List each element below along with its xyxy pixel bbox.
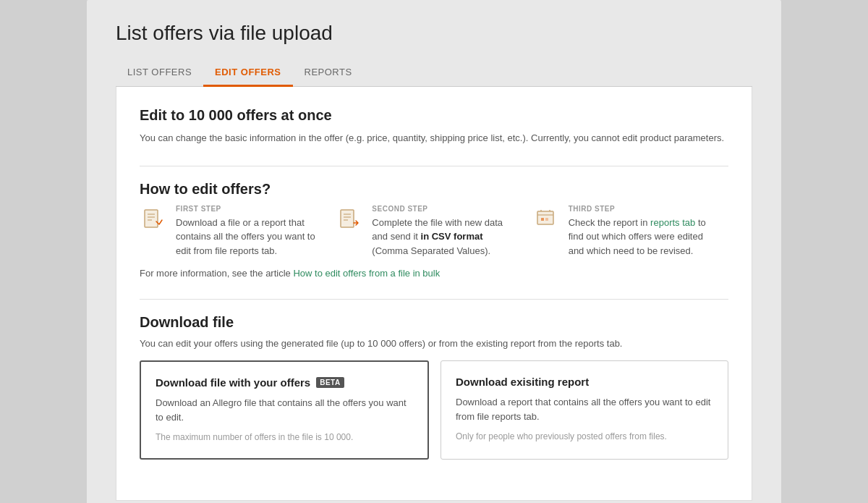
beta-badge: BETA	[316, 377, 344, 388]
second-step-content: SECOND STEP Complete the file with new d…	[372, 205, 517, 258]
edit-section: Edit to 10 000 offers at once You can ch…	[140, 107, 728, 145]
divider-1	[140, 166, 728, 166]
download-card-offers-title-text: Download file with your offers	[156, 376, 310, 389]
edit-section-title: Edit to 10 000 offers at once	[140, 107, 728, 124]
svg-rect-8	[537, 211, 553, 224]
third-step-content: THIRD STEP Check the report in reports t…	[569, 205, 714, 258]
second-step-icon	[336, 205, 363, 232]
download-card-existing-note: Only for people who previously posted of…	[456, 431, 713, 443]
download-section: Download file You can edit your offers u…	[140, 314, 728, 460]
info-link-paragraph: For more information, see the article Ho…	[140, 268, 728, 279]
step-third: THIRD STEP Check the report in reports t…	[532, 205, 728, 258]
tab-reports[interactable]: REPORTS	[293, 59, 364, 87]
download-card-existing[interactable]: Download exisiting report Download a rep…	[441, 360, 728, 460]
divider-2	[140, 299, 728, 300]
csv-bold: in CSV format	[421, 231, 483, 242]
svg-rect-0	[145, 210, 158, 227]
steps-row: FIRST STEP Download a file or a report t…	[140, 205, 728, 258]
content-area: Edit to 10 000 offers at once You can ch…	[116, 87, 752, 501]
svg-rect-4	[341, 210, 354, 227]
download-card-offers-note: The maximum number of offers in the file…	[156, 431, 413, 444]
download-description: You can edit your offers using the gener…	[140, 338, 728, 349]
first-step-content: FIRST STEP Download a file or a report t…	[176, 205, 321, 258]
third-step-text: Check the report in reports tab to find …	[569, 216, 714, 258]
reports-tab-link[interactable]: reports tab	[650, 217, 695, 228]
tab-list-offers[interactable]: LIST OFFERS	[116, 59, 203, 87]
download-card-existing-title: Download exisiting report	[456, 376, 713, 388]
svg-rect-13	[545, 218, 548, 221]
third-step-label: THIRD STEP	[569, 205, 714, 213]
download-card-existing-desc: Download a report that contains all the …	[456, 395, 713, 423]
third-step-icon	[532, 205, 560, 232]
info-text: For more information, see the article	[140, 268, 293, 279]
page-title: List offers via file upload	[116, 22, 752, 45]
first-step-label: FIRST STEP	[176, 205, 321, 213]
step-second: SECOND STEP Complete the file with new d…	[336, 205, 532, 258]
first-step-icon	[140, 205, 167, 232]
tab-edit-offers[interactable]: EDIT OFFERS	[203, 59, 292, 87]
download-card-existing-title-text: Download exisiting report	[456, 376, 589, 388]
second-step-label: SECOND STEP	[372, 205, 517, 213]
edit-section-description: You can change the basic information in …	[140, 131, 728, 145]
download-cards: Download file with your offers BETA Down…	[140, 360, 728, 460]
svg-rect-12	[541, 218, 544, 221]
second-step-text: Complete the file with new data and send…	[372, 216, 517, 258]
download-card-offers-title: Download file with your offers BETA	[156, 376, 413, 389]
first-step-text: Download a file or a report that contain…	[176, 216, 321, 258]
how-to-title: How to edit offers?	[140, 181, 728, 198]
step-first: FIRST STEP Download a file or a report t…	[140, 205, 336, 258]
how-to-section: How to edit offers? FIRST S	[140, 181, 728, 279]
tabs-nav: LIST OFFERS EDIT OFFERS REPORTS	[116, 59, 752, 87]
download-card-offers-desc: Download an Allegro file that contains a…	[156, 396, 413, 424]
bulk-edit-link[interactable]: How to edit offers from a file in bulk	[293, 268, 440, 279]
page-container: List offers via file upload LIST OFFERS …	[87, 0, 781, 503]
download-card-offers[interactable]: Download file with your offers BETA Down…	[140, 360, 429, 460]
download-title: Download file	[140, 314, 728, 331]
